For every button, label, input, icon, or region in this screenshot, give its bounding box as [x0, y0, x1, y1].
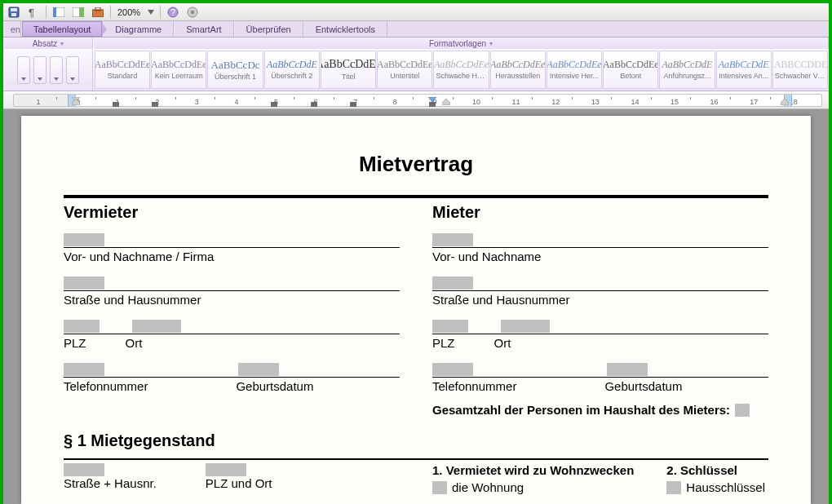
vermieter-column: Vermieter Vor- und Nachname / Firma Stra… — [64, 203, 400, 417]
spacing-after-button[interactable] — [66, 56, 79, 84]
placeholder-box[interactable] — [432, 233, 473, 246]
right-indent-marker[interactable] — [442, 97, 450, 107]
ruler-halftick — [294, 97, 294, 105]
ruler-halftick — [690, 97, 691, 105]
ruler-halftick — [611, 97, 612, 105]
svg-marker-17 — [428, 97, 436, 102]
ruler-halftick — [95, 97, 96, 105]
group-absatz: Absatz▾ — [3, 38, 93, 49]
tab-ueberpruefen[interactable]: Überprüfen — [234, 21, 303, 37]
placeholder-box[interactable] — [132, 320, 181, 333]
ruler-halftick — [334, 97, 334, 105]
chevron-down-icon[interactable] — [147, 6, 155, 19]
placeholder-box[interactable] — [64, 233, 104, 246]
spacing-before-button[interactable] — [50, 56, 63, 84]
ruler-tick: 13 — [591, 97, 600, 105]
ribbon-body: AaBbCcDdEeStandardAaBbCcDdEeKein Leerrau… — [3, 49, 829, 91]
tab-smartart[interactable]: SmartArt — [174, 21, 233, 37]
style-kein-leerraum[interactable]: AaBbCcDdEeKein Leerraum — [151, 51, 206, 89]
ruler-halftick — [453, 97, 454, 105]
zoom-value[interactable]: 200% — [116, 7, 142, 17]
document-viewport[interactable]: Mietvertrag Vermieter Vor- und Nachname … — [3, 109, 829, 504]
label-name-r: Vor- und Nachname — [432, 250, 541, 263]
style-betont[interactable]: AaBbCcDdEeBetont — [603, 51, 658, 89]
toolbox-icon[interactable] — [91, 6, 105, 19]
help-icon[interactable]: ? — [166, 6, 180, 19]
indent-left-button[interactable] — [17, 56, 30, 84]
style-schwache-her-[interactable]: AaBbCcDdEeSchwache Her... — [433, 51, 489, 89]
label-dob: Geburtsdatum — [236, 379, 313, 393]
ruler-tick: 17 — [750, 97, 758, 105]
tab-stop-marker[interactable] — [311, 102, 317, 107]
label-street2: Straße + Hausnr. — [64, 476, 157, 490]
placeholder-box[interactable] — [206, 463, 246, 476]
sidebar-icon[interactable] — [51, 6, 66, 19]
svg-marker-10 — [148, 10, 154, 15]
hanging-indent-marker[interactable] — [72, 97, 80, 107]
right-margin-marker[interactable] — [781, 97, 789, 107]
ruler-halftick — [175, 97, 176, 105]
placeholder-box[interactable] — [735, 404, 750, 417]
placeholder-box[interactable] — [432, 320, 468, 333]
placeholder-box[interactable] — [432, 481, 447, 494]
style-standard[interactable]: AaBbCcDdEeStandard — [95, 51, 150, 89]
pilcrow-icon[interactable]: ¶ — [26, 6, 41, 19]
styles-gallery[interactable]: AaBbCcDdEeStandardAaBbCcDdEeKein Leerrau… — [93, 49, 829, 91]
separator — [46, 6, 46, 19]
svg-rect-2 — [11, 13, 16, 16]
column-marker[interactable] — [428, 94, 436, 104]
tab-tabellenlayout[interactable]: Tabellenlayout — [21, 21, 103, 37]
ruler-tick: 1 — [36, 97, 40, 105]
ruler-tick: 16 — [710, 97, 719, 105]
style--berschrift-2[interactable]: AaBbCcDdEÜberschrift 2 — [264, 51, 320, 89]
ruler-halftick — [56, 97, 57, 105]
quick-access-toolbar: ¶ 200% ? — [3, 3, 829, 21]
placeholder-box[interactable] — [64, 276, 104, 290]
document-page[interactable]: Mietvertrag Vermieter Vor- und Nachname … — [21, 116, 811, 504]
ruler-tick: 8 — [393, 97, 397, 105]
tab-stop-marker[interactable] — [271, 102, 277, 107]
save-icon[interactable] — [7, 6, 21, 19]
tab-diagramme[interactable]: Diagramme — [103, 21, 174, 37]
ribbon-group-labels: Absatz▾ Formatvorlagen▾ — [3, 38, 829, 49]
indent-right-button[interactable] — [33, 56, 46, 84]
svg-text:¶: ¶ — [29, 7, 34, 18]
ruler-halftick — [651, 97, 652, 105]
ruler-tick: 12 — [551, 97, 560, 105]
horizontal-ruler[interactable]: 10123456789101112131415161718 — [3, 91, 829, 109]
sub2-heading: 2. Schlüssel — [666, 463, 768, 477]
placeholder-box[interactable] — [432, 276, 473, 290]
placeholder-box[interactable] — [432, 363, 473, 376]
tab-stop-marker[interactable] — [113, 102, 119, 107]
ribbon-tabs: en Tabellenlayout Diagramme SmartArt Übe… — [3, 21, 829, 38]
placeholder-box[interactable] — [64, 363, 104, 376]
section1-rule — [64, 458, 768, 460]
tab-truncated[interactable]: en — [3, 21, 21, 37]
placeholder-box[interactable] — [64, 320, 100, 333]
svg-rect-7 — [79, 7, 84, 17]
style-intensive-her-[interactable]: AaBbCcDdEeIntensive Her... — [547, 51, 602, 89]
style-herausstellen[interactable]: AaBbCcDdEeHerausstellen — [490, 51, 546, 89]
style-untertitel[interactable]: AaBbCcDdEeUntertitel — [377, 51, 432, 89]
tab-stop-marker[interactable] — [152, 102, 158, 107]
gallery-icon[interactable] — [71, 6, 86, 19]
label-plzort2: PLZ und Ort — [206, 476, 272, 490]
style--berschrift-1[interactable]: AaBbCcDcÜberschrift 1 — [207, 51, 263, 89]
label-tel-r: Telefonnummer — [432, 379, 516, 393]
total-persons-label: Gesamtzahl der Personen im Haushalt des … — [432, 403, 730, 417]
placeholder-box[interactable] — [64, 463, 104, 476]
vermieter-heading: Vermieter — [64, 203, 400, 222]
placeholder-box[interactable] — [607, 363, 648, 376]
style-anf-hrungsz-[interactable]: AaBbCcDdEAnführungsz... — [659, 51, 715, 89]
ruler-tick: 14 — [631, 97, 639, 105]
placeholder-box[interactable] — [238, 363, 279, 376]
tab-stop-marker[interactable] — [350, 102, 356, 107]
sub2-item: Hausschlüssel — [686, 480, 765, 494]
style-intensives-an-[interactable]: AaBbCcDdEIntensives An... — [716, 51, 772, 89]
settings-icon[interactable] — [185, 6, 200, 19]
style-titel[interactable]: AaBbCcDdEeTitel — [321, 51, 376, 89]
tab-entwicklertools[interactable]: Entwicklertools — [303, 21, 387, 37]
placeholder-box[interactable] — [501, 320, 550, 333]
placeholder-box[interactable] — [666, 481, 681, 494]
style-schwacher-ve-[interactable]: AABBCCDDEESchwacher Ve... — [772, 51, 828, 89]
